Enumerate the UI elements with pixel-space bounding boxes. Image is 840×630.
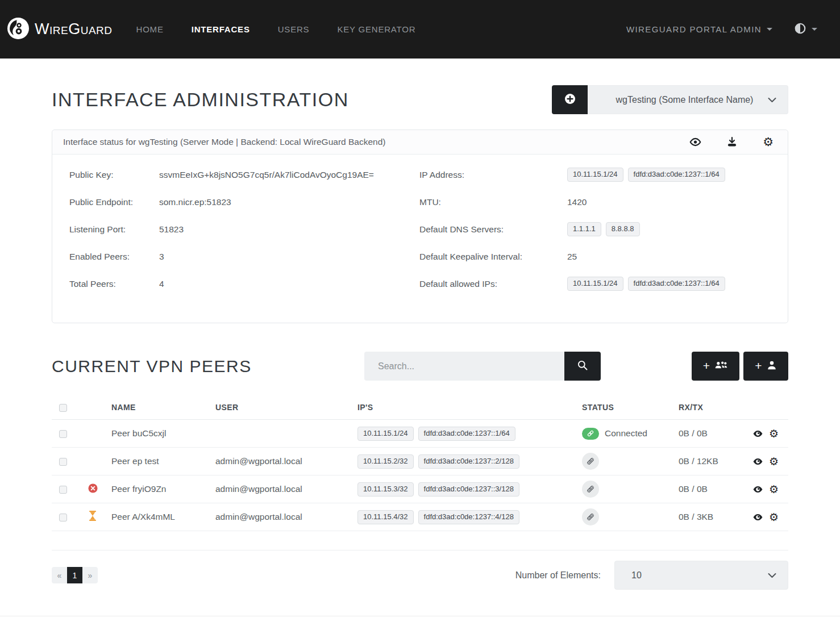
nav-item-interfaces[interactable]: INTERFACES (192, 24, 250, 34)
peer-name: Peer ep test (106, 448, 210, 475)
pagination: « 1 » (52, 567, 98, 583)
plus-icon: + (703, 360, 710, 372)
page-title: INTERFACE ADMINISTRATION (52, 89, 349, 111)
field-label: Default allowed IPs: (419, 278, 567, 290)
table-row: Peer ep test admin@wgportal.local 10.11.… (52, 448, 788, 475)
connected-link-icon (582, 428, 599, 440)
column-status: STATUS (576, 395, 673, 420)
peer-ip-badge: 10.11.15.4/32 (357, 510, 414, 524)
view-peer-eye-icon[interactable] (752, 429, 763, 438)
peer-status-text: Connected (605, 428, 647, 439)
listening-port-value: 51823 (159, 224, 184, 235)
column-rxtx: RX/TX (673, 395, 750, 420)
interface-selector-group: wgTesting (Some Interface Name) (552, 85, 788, 114)
disconnected-link-slash-icon (582, 508, 599, 525)
nav-item-home[interactable]: HOME (136, 24, 164, 34)
peers-table: NAME USER IP'S STATUS RX/TX Peer buC5cxj… (52, 395, 788, 550)
circle-half-theme-icon (794, 22, 806, 37)
pagination-prev-button[interactable]: « (52, 567, 67, 583)
brand-wordmark: WireGuard (35, 20, 113, 38)
peer-ip-badge: 10.11.15.1/24 (357, 427, 414, 441)
peer-ip-badge: fdfd:d3ad:c0de:1237::3/128 (418, 482, 519, 497)
user-menu-label: WIREGUARD PORTAL ADMIN (626, 24, 762, 34)
mtu-value: 1420 (567, 197, 587, 208)
peer-rxtx: 0B / 0B (673, 420, 750, 448)
view-peer-eye-icon[interactable] (752, 485, 763, 494)
field-label: Listening Port: (69, 224, 159, 235)
caret-down-icon (767, 28, 772, 31)
peer-error-icon (88, 485, 98, 495)
peer-user: admin@wgportal.local (210, 503, 349, 531)
nav-item-users[interactable]: USERS (278, 24, 310, 34)
peer-name: Peer buC5cxjl (106, 420, 210, 448)
peer-ip-badge: fdfd:d3ad:c0de:1237::2/128 (418, 454, 519, 469)
row-checkbox[interactable] (59, 514, 67, 521)
pagination-next-button[interactable]: » (82, 567, 98, 583)
peer-settings-gear-icon[interactable]: ⚙ (769, 484, 779, 495)
footer: Copyright © My Company 2025 - version un… (0, 616, 840, 630)
field-label: Enabled Peers: (69, 251, 159, 262)
select-all-checkbox[interactable] (59, 404, 67, 412)
download-config-icon[interactable] (726, 136, 738, 148)
field-label: Public Key: (69, 169, 159, 181)
peer-settings-gear-icon[interactable]: ⚙ (769, 456, 779, 467)
nav-item-key-generator[interactable]: KEY GENERATOR (337, 24, 415, 34)
field-label: Default DNS Servers: (419, 224, 567, 235)
table-row: Peer fryiO9Zn admin@wgportal.local 10.11… (52, 475, 788, 503)
add-multiple-peers-button[interactable]: + (692, 352, 739, 381)
users-group-icon (714, 360, 728, 372)
total-peers-value: 4 (159, 278, 164, 290)
plus-circle-icon (564, 93, 576, 106)
add-interface-button[interactable] (552, 85, 588, 114)
elements-per-page-value: 10 (631, 570, 768, 581)
peer-ip-badge: fdfd:d3ad:c0de:1237::1/64 (418, 427, 515, 441)
user-menu-dropdown[interactable]: WIREGUARD PORTAL ADMIN (626, 24, 772, 34)
peer-settings-gear-icon[interactable]: ⚙ (769, 512, 779, 523)
add-peer-button[interactable]: + (743, 352, 788, 381)
caret-down-icon (812, 28, 817, 31)
row-checkbox[interactable] (59, 430, 67, 438)
peer-ip-badge: 10.11.15.2/32 (357, 454, 414, 469)
peer-search-input[interactable] (364, 352, 564, 381)
peer-name: Peer A/Xk4mML (106, 503, 210, 531)
ip-badge: 10.11.15.1/24 (567, 168, 623, 182)
field-label: Default Keepalive Interval: (419, 251, 567, 262)
field-label: IP Address: (419, 169, 567, 181)
chevron-down-icon (768, 570, 776, 581)
field-label: Public Endpoint: (69, 197, 159, 208)
peer-user: admin@wgportal.local (210, 475, 349, 503)
row-checkbox[interactable] (59, 486, 67, 494)
disconnected-link-slash-icon (582, 481, 599, 498)
peer-user (210, 420, 349, 448)
peer-pending-hourglass-icon (89, 513, 97, 523)
view-config-eye-icon[interactable] (689, 137, 701, 147)
interface-select[interactable]: wgTesting (Some Interface Name) (588, 85, 788, 114)
pagination-page-1[interactable]: 1 (67, 567, 82, 583)
public-key-value: ssvmEeIxG+k8jsNO5G7cq5r/Ak7liCodAvOyoCg1… (159, 169, 374, 181)
peer-settings-gear-icon[interactable]: ⚙ (769, 428, 779, 439)
user-icon (767, 360, 777, 372)
public-endpoint-value: som.nicr.ep:51823 (159, 197, 231, 208)
elements-per-page-select[interactable]: 10 (614, 561, 788, 590)
interface-settings-gear-icon[interactable]: ⚙ (763, 136, 774, 148)
nav-links: HOME INTERFACES USERS KEY GENERATOR (136, 24, 416, 34)
column-user: USER (210, 395, 349, 420)
theme-toggle-dropdown[interactable] (794, 22, 817, 37)
view-peer-eye-icon[interactable] (752, 513, 763, 521)
peer-ip-badge: 10.11.15.3/32 (357, 482, 414, 497)
peer-ip-badge: fdfd:d3ad:c0de:1237::4/128 (418, 510, 519, 524)
wireguard-logo-icon (7, 17, 30, 42)
column-actions (750, 395, 788, 420)
plus-icon: + (755, 360, 762, 372)
peer-name: Peer fryiO9Zn (106, 475, 210, 503)
disconnected-link-slash-icon (582, 453, 599, 470)
chevron-down-icon (768, 95, 776, 105)
brand-link[interactable]: WireGuard (7, 17, 113, 42)
view-peer-eye-icon[interactable] (752, 457, 763, 466)
dns-badge: 8.8.8.8 (606, 222, 640, 236)
dns-badge: 1.1.1.1 (567, 222, 601, 236)
search-icon (577, 360, 588, 373)
row-checkbox[interactable] (59, 458, 67, 466)
search-button[interactable] (564, 352, 601, 381)
table-row: Peer buC5cxjl 10.11.15.1/24 fdfd:d3ad:c0… (52, 420, 788, 448)
